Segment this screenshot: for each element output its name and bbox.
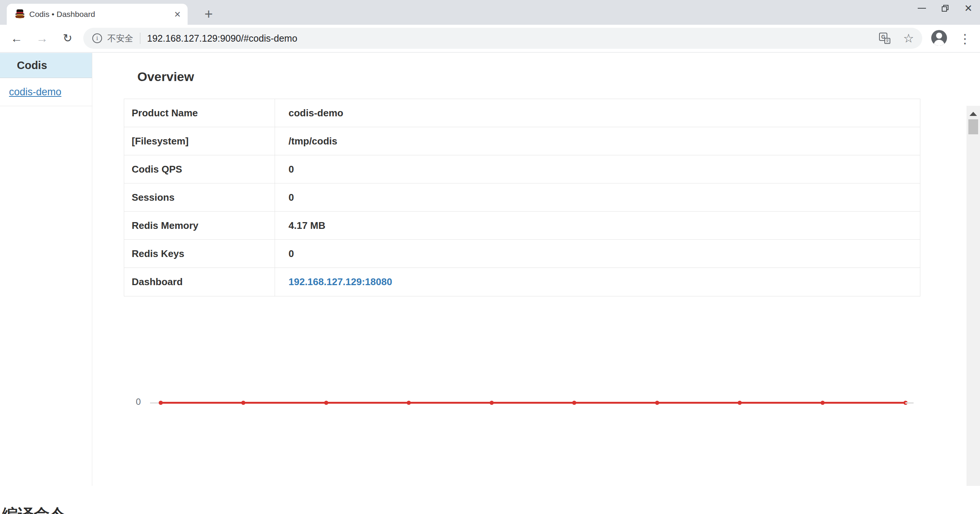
window-controls: ✕ — [910, 0, 980, 16]
back-button[interactable]: ← — [5, 27, 28, 49]
info-icon[interactable]: i — [92, 33, 102, 43]
sidebar: Codis codis-demo — [0, 53, 92, 486]
main-panel: Overview Product Name codis-demo [Filesy… — [92, 53, 966, 486]
row-value: /tmp/codis — [275, 127, 920, 155]
overview-table: Product Name codis-demo [Filesystem] /tm… — [124, 99, 920, 296]
codis-favicon — [15, 10, 25, 19]
sidebar-item-codis-demo[interactable]: codis-demo — [0, 78, 92, 106]
screen: Codis • Dashboard ✕ + ✕ ← → ↻ i 不安全 192.… — [0, 0, 980, 514]
row-value: 0 — [275, 183, 920, 211]
address-bar[interactable]: i 不安全 192.168.127.129:9090/#codis-demo G… — [83, 28, 922, 49]
close-button[interactable]: ✕ — [957, 0, 980, 16]
scrollbar-thumb[interactable] — [968, 119, 978, 134]
page-title: Overview — [137, 69, 194, 84]
browser-tab[interactable]: Codis • Dashboard ✕ — [7, 4, 188, 25]
reload-button[interactable]: ↻ — [56, 27, 79, 49]
new-tab-button[interactable]: + — [198, 4, 219, 25]
row-label: [Filesystem] — [124, 127, 275, 155]
forward-button: → — [31, 27, 53, 49]
dashboard-address-link[interactable]: 192.168.127.129:18080 — [288, 276, 392, 287]
translate-icon[interactable]: G 文 — [879, 33, 890, 44]
browser-titlebar: Codis • Dashboard ✕ + ✕ — [0, 0, 980, 25]
url-text[interactable]: 192.168.127.129:9090/#codis-demo — [147, 33, 297, 44]
page-scrollbar[interactable] — [966, 106, 980, 514]
browser-toolbar: ← → ↻ i 不安全 192.168.127.129:9090/#codis-… — [0, 25, 980, 53]
y-axis-tick-label: 0 — [136, 396, 141, 407]
omnibox-separator — [140, 33, 140, 44]
chart-plot-area — [150, 401, 913, 405]
chart-line-dots — [161, 401, 905, 405]
row-value: 0 — [275, 240, 920, 267]
browser-menu-icon[interactable]: ⋮ — [957, 28, 973, 49]
minimize-icon — [918, 8, 926, 9]
page-content: Codis codis-demo Overview Product Name c… — [0, 53, 980, 486]
restore-icon — [942, 5, 948, 12]
table-row: Redis Memory 4.17 MB — [124, 212, 920, 240]
row-label: Product Name — [124, 99, 275, 127]
row-label: Redis Keys — [124, 240, 275, 267]
row-label: Sessions — [124, 183, 275, 211]
bookmark-star-icon[interactable]: ☆ — [903, 32, 914, 44]
qps-chart: 0 — [124, 391, 920, 413]
profile-avatar[interactable] — [931, 30, 947, 46]
row-label: Dashboard — [124, 268, 275, 296]
row-value: 0 — [275, 155, 920, 183]
table-row: Sessions 0 — [124, 183, 920, 212]
row-value: codis-demo — [275, 99, 920, 127]
row-label: Redis Memory — [124, 212, 275, 239]
tab-close-icon[interactable]: ✕ — [172, 9, 183, 20]
tab-title: Codis • Dashboard — [29, 4, 95, 25]
table-row: [Filesystem] /tmp/codis — [124, 127, 920, 155]
minimize-button[interactable] — [910, 0, 934, 16]
table-row: Dashboard 192.168.127.129:18080 — [124, 268, 920, 296]
restore-button[interactable] — [934, 0, 957, 16]
security-label: 不安全 — [107, 33, 133, 44]
axis-stub-right — [905, 402, 913, 404]
scrollbar-up-arrow-icon[interactable] — [969, 112, 977, 116]
table-row: Codis QPS 0 — [124, 155, 920, 183]
avatar-person-icon — [936, 33, 942, 39]
codis-demo-link[interactable]: codis-demo — [9, 86, 62, 97]
row-label: Codis QPS — [124, 155, 275, 183]
cutoff-heading-text: 编译命令 — [2, 506, 65, 514]
row-value: 192.168.127.129:18080 — [275, 268, 920, 296]
below-window-area: 编译命令 — [0, 486, 980, 514]
table-row: Redis Keys 0 — [124, 240, 920, 268]
row-value: 4.17 MB — [275, 212, 920, 239]
table-row: Product Name codis-demo — [124, 99, 920, 127]
sidebar-title: Codis — [0, 53, 92, 78]
